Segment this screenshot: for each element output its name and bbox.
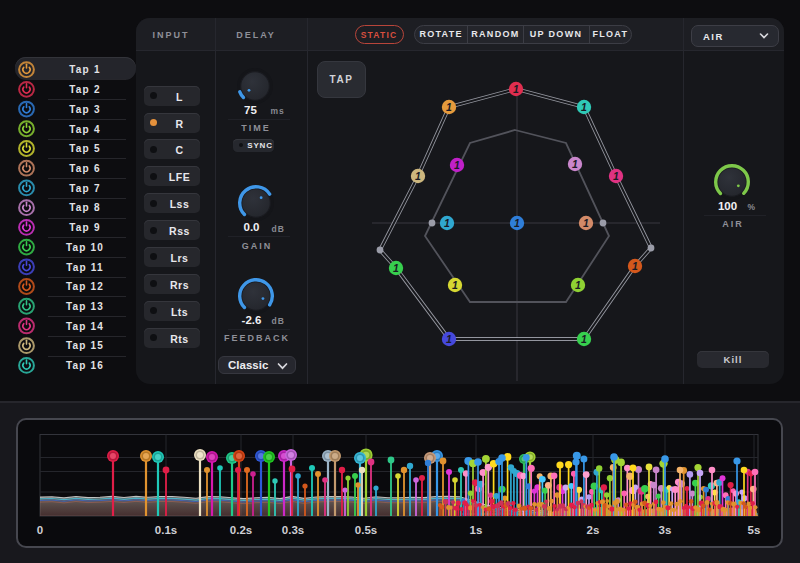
svg-text:1: 1	[446, 333, 452, 345]
svg-text:1: 1	[513, 83, 519, 95]
svg-text:1: 1	[415, 170, 421, 182]
svg-text:1: 1	[444, 217, 450, 229]
svg-text:1: 1	[446, 101, 452, 113]
svg-text:1: 1	[575, 279, 581, 291]
svg-text:1: 1	[514, 217, 520, 229]
svg-text:3s: 3s	[659, 524, 672, 536]
svg-text:1: 1	[393, 262, 399, 274]
svg-text:1s: 1s	[470, 524, 483, 536]
svg-text:0.1s: 0.1s	[155, 524, 177, 536]
svg-text:1: 1	[572, 158, 578, 170]
svg-text:1: 1	[454, 159, 460, 171]
svg-text:2s: 2s	[587, 524, 600, 536]
svg-text:0.5s: 0.5s	[355, 524, 377, 536]
svg-text:1: 1	[581, 333, 587, 345]
svg-text:1: 1	[583, 217, 589, 229]
svg-text:1: 1	[613, 170, 619, 182]
svg-text:1: 1	[581, 101, 587, 113]
svg-text:0.3s: 0.3s	[282, 524, 304, 536]
svg-text:5s: 5s	[748, 524, 761, 536]
svg-text:1: 1	[452, 279, 458, 291]
svg-text:0.2s: 0.2s	[230, 524, 252, 536]
svg-text:0: 0	[37, 524, 43, 536]
svg-text:1: 1	[632, 260, 638, 272]
